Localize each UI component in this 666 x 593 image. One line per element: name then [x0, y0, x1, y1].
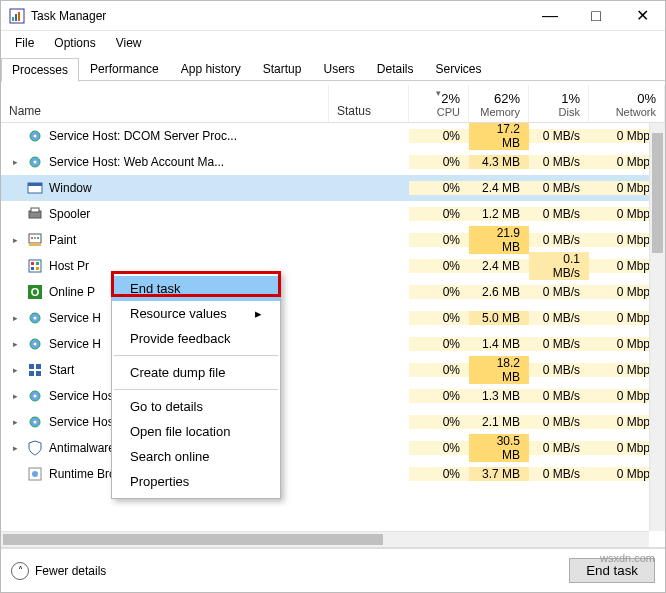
disk-cell: 0 MB/s: [529, 389, 589, 403]
memory-cell: 18.2 MB: [469, 356, 529, 384]
disk-cell: 0 MB/s: [529, 337, 589, 351]
process-name-label: Window: [49, 181, 92, 195]
context-menu-label: Create dump file: [130, 365, 225, 380]
tab-users[interactable]: Users: [312, 57, 365, 81]
process-name-cell: Service Host: DCOM Server Proc...: [1, 128, 329, 144]
context-menu-item[interactable]: Provide feedback: [112, 326, 280, 351]
memory-cell: 2.6 MB: [469, 285, 529, 299]
tab-processes[interactable]: Processes: [1, 58, 79, 82]
scrollbar-thumb[interactable]: [3, 534, 383, 545]
col-network[interactable]: 0% Network: [589, 85, 665, 122]
cpu-header-label: CPU: [437, 106, 460, 118]
col-status[interactable]: Status: [329, 85, 409, 122]
tab-services[interactable]: Services: [425, 57, 493, 81]
memory-cell: 30.5 MB: [469, 434, 529, 462]
col-cpu[interactable]: ▾ 2% CPU: [409, 85, 469, 122]
disk-cell: 0 MB/s: [529, 207, 589, 221]
maximize-button[interactable]: □: [573, 1, 619, 31]
process-row[interactable]: Window0%2.4 MB0 MB/s0 Mbps: [1, 175, 665, 201]
context-menu-item[interactable]: Search online: [112, 444, 280, 469]
svg-point-6: [34, 135, 37, 138]
titlebar: Task Manager — □ ✕: [1, 1, 665, 31]
horizontal-scrollbar[interactable]: [1, 531, 649, 547]
cpu-cell: 0%: [409, 415, 469, 429]
process-icon: [27, 414, 43, 430]
process-name-label: Spooler: [49, 207, 90, 221]
task-manager-window: Task Manager — □ ✕ File Options View Pro…: [0, 0, 666, 593]
process-row[interactable]: ▸Service Host: Connected Device...0%2.1 …: [1, 409, 665, 435]
svg-rect-19: [29, 260, 41, 272]
col-name[interactable]: Name: [1, 85, 329, 122]
process-row[interactable]: Service Host: DCOM Server Proc...0%17.2 …: [1, 123, 665, 149]
svg-rect-22: [31, 267, 34, 270]
network-header-pct: 0%: [637, 91, 656, 106]
context-menu-separator: [114, 389, 278, 390]
process-row[interactable]: ▸Service H0%1.4 MB0 MB/s0 Mbps: [1, 331, 665, 357]
close-button[interactable]: ✕: [619, 1, 665, 31]
tab-startup[interactable]: Startup: [252, 57, 313, 81]
expander-icon[interactable]: ▸: [9, 339, 21, 349]
process-name-label: Service Host: DCOM Server Proc...: [49, 129, 237, 143]
process-row[interactable]: ▸Service Host: Web Account Ma...0%4.3 MB…: [1, 149, 665, 175]
context-menu-item[interactable]: End task: [112, 276, 280, 301]
process-icon: [27, 440, 43, 456]
svg-point-28: [34, 317, 37, 320]
expander-icon[interactable]: ▸: [9, 313, 21, 323]
disk-cell: 0 MB/s: [529, 285, 589, 299]
minimize-button[interactable]: —: [527, 1, 573, 31]
context-menu-item[interactable]: Create dump file: [112, 360, 280, 385]
column-headers: Name Status ▾ 2% CPU 62% Memory 1% Disk …: [1, 81, 665, 123]
menu-file[interactable]: File: [7, 34, 42, 52]
process-row[interactable]: ▸Service Host: PrintWorkflow_a2...0%1.3 …: [1, 383, 665, 409]
process-row[interactable]: Spooler0%1.2 MB0 MB/s0 Mbps: [1, 201, 665, 227]
tab-details[interactable]: Details: [366, 57, 425, 81]
chevron-up-icon: ˄: [11, 562, 29, 580]
col-memory[interactable]: 62% Memory: [469, 85, 529, 122]
memory-cell: 1.4 MB: [469, 337, 529, 351]
context-menu-item[interactable]: Go to details: [112, 394, 280, 419]
process-icon: [27, 128, 43, 144]
expander-icon[interactable]: ▸: [9, 235, 21, 245]
svg-rect-3: [18, 12, 20, 21]
expander-icon[interactable]: ▸: [9, 417, 21, 427]
context-menu-label: End task: [130, 281, 181, 296]
process-row[interactable]: Runtime Broker0%3.7 MB0 MB/s0 Mbps: [1, 461, 665, 487]
process-icon: [27, 336, 43, 352]
svg-point-43: [32, 471, 38, 477]
end-task-button[interactable]: End task: [569, 558, 655, 583]
memory-cell: 4.3 MB: [469, 155, 529, 169]
process-row[interactable]: ▸Start0%18.2 MB0 MB/s0 Mbps: [1, 357, 665, 383]
process-row[interactable]: ▸Service H0%5.0 MB0 MB/s0 Mbps: [1, 305, 665, 331]
context-menu-item[interactable]: Resource values▸: [112, 301, 280, 326]
process-icon: [27, 362, 43, 378]
process-row[interactable]: ▸Antimalware Scan Service0%30.5 MB0 MB/s…: [1, 435, 665, 461]
menu-view[interactable]: View: [108, 34, 150, 52]
cpu-cell: 0%: [409, 155, 469, 169]
process-row[interactable]: OOnline P0%2.6 MB0 MB/s0 Mbps: [1, 279, 665, 305]
disk-header-label: Disk: [559, 106, 580, 118]
expander-icon[interactable]: ▸: [9, 391, 21, 401]
expander-icon[interactable]: ▸: [9, 443, 21, 453]
expander-icon[interactable]: ▸: [9, 365, 21, 375]
memory-header-label: Memory: [480, 106, 520, 118]
svg-rect-15: [29, 243, 41, 246]
col-disk[interactable]: 1% Disk: [529, 85, 589, 122]
process-icon: [27, 388, 43, 404]
process-row[interactable]: ▸Paint0%21.9 MB0 MB/s0 Mbps: [1, 227, 665, 253]
expander-icon[interactable]: ▸: [9, 157, 21, 167]
vertical-scrollbar[interactable]: [649, 123, 665, 531]
tab-performance[interactable]: Performance: [79, 57, 170, 81]
memory-cell: 5.0 MB: [469, 311, 529, 325]
cpu-cell: 0%: [409, 233, 469, 247]
svg-point-18: [37, 237, 39, 239]
tab-app-history[interactable]: App history: [170, 57, 252, 81]
scrollbar-thumb[interactable]: [652, 133, 663, 253]
context-menu-item[interactable]: Properties: [112, 469, 280, 494]
process-icon: [27, 206, 43, 222]
process-row[interactable]: Host Pr0%2.4 MB0.1 MB/s0 Mbps: [1, 253, 665, 279]
menubar: File Options View: [1, 31, 665, 55]
context-menu-item[interactable]: Open file location: [112, 419, 280, 444]
fewer-details-toggle[interactable]: ˄ Fewer details: [11, 562, 106, 580]
disk-cell: 0 MB/s: [529, 415, 589, 429]
menu-options[interactable]: Options: [46, 34, 103, 52]
